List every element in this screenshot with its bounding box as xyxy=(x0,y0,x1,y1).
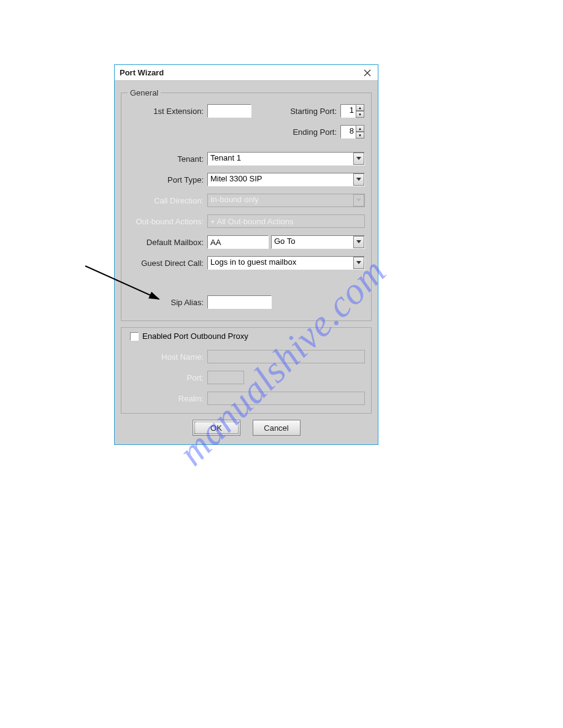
button-bar: OK Cancel xyxy=(121,420,372,436)
port-wizard-window: Port Wizard General 1st Extension: Start… xyxy=(114,64,378,445)
sip-alias-label: Sip Alias: xyxy=(128,298,207,307)
ending-port-label: Ending Port: xyxy=(251,127,340,137)
tenant-dropdown-button[interactable] xyxy=(353,153,364,165)
proxy-host-label: Host Name: xyxy=(128,352,207,362)
window-body: General 1st Extension: Starting Port: 1 … xyxy=(115,81,378,444)
guest-direct-call-select[interactable]: Logs in to guest mailbox xyxy=(207,256,365,270)
general-group: General 1st Extension: Starting Port: 1 … xyxy=(121,88,372,321)
window-title: Port Wizard xyxy=(120,68,164,77)
proxy-enabled-label: Enabled Port Outbound Proxy xyxy=(142,332,248,341)
ok-button[interactable]: OK xyxy=(193,420,240,436)
first-extension-input[interactable] xyxy=(207,104,251,118)
proxy-host-input xyxy=(207,350,365,363)
ending-port-spinner[interactable]: 8 ▲ ▼ xyxy=(340,125,365,138)
call-direction-label: Call Direction: xyxy=(128,196,207,205)
ending-port-value[interactable]: 8 xyxy=(340,125,356,138)
close-button[interactable] xyxy=(362,67,373,78)
ending-port-down[interactable]: ▼ xyxy=(356,132,364,138)
starting-port-spinner[interactable]: 1 ▲ ▼ xyxy=(340,104,365,118)
proxy-port-label: Port: xyxy=(128,373,207,382)
default-mailbox-action-select[interactable]: Go To xyxy=(271,235,365,249)
general-legend: General xyxy=(128,88,161,97)
proxy-realm-input xyxy=(207,392,365,405)
port-type-label: Port Type: xyxy=(128,175,207,184)
call-direction-value: In-bound only xyxy=(207,194,365,207)
guest-direct-call-value: Logs in to guest mailbox xyxy=(207,256,365,270)
titlebar: Port Wizard xyxy=(115,65,378,81)
proxy-port-input xyxy=(207,371,244,384)
starting-port-up[interactable]: ▲ xyxy=(356,104,364,111)
tenant-value: Tenant 1 xyxy=(207,152,365,165)
default-mailbox-input[interactable] xyxy=(207,235,269,249)
chevron-down-icon xyxy=(356,240,361,244)
chevron-down-icon xyxy=(356,157,361,161)
first-extension-label: 1st Extension: xyxy=(128,107,207,116)
starting-port-value[interactable]: 1 xyxy=(340,104,356,118)
sip-alias-input[interactable] xyxy=(207,295,272,309)
default-mailbox-action-value: Go To xyxy=(271,235,365,249)
chevron-down-icon xyxy=(356,199,361,202)
port-type-value: Mitel 3300 SIP xyxy=(207,173,365,186)
guest-direct-call-dropdown-button[interactable] xyxy=(353,257,364,269)
chevron-down-icon xyxy=(356,178,361,181)
outbound-actions-value: + All Out-bound Actions xyxy=(210,217,294,226)
outbound-actions-button: + All Out-bound Actions xyxy=(207,214,365,228)
port-type-select[interactable]: Mitel 3300 SIP xyxy=(207,173,365,186)
default-mailbox-action-dropdown-button[interactable] xyxy=(353,236,364,248)
port-type-dropdown-button[interactable] xyxy=(353,173,364,186)
starting-port-down[interactable]: ▼ xyxy=(356,111,364,118)
tenant-label: Tenant: xyxy=(128,154,207,164)
call-direction-dropdown-button xyxy=(353,194,364,207)
proxy-group: Enabled Port Outbound Proxy Host Name: P… xyxy=(121,327,372,414)
chevron-down-icon xyxy=(356,261,361,265)
guest-direct-call-label: Guest Direct Call: xyxy=(128,259,207,268)
ending-port-up[interactable]: ▲ xyxy=(356,125,364,132)
proxy-realm-label: Realm: xyxy=(128,394,207,403)
close-icon xyxy=(364,69,371,77)
call-direction-select: In-bound only xyxy=(207,194,365,207)
tenant-select[interactable]: Tenant 1 xyxy=(207,152,365,165)
outbound-actions-label: Out-bound Actions: xyxy=(128,217,207,226)
starting-port-label: Starting Port: xyxy=(251,107,340,116)
default-mailbox-label: Default Mailbox: xyxy=(128,238,207,247)
cancel-button[interactable]: Cancel xyxy=(253,420,301,436)
proxy-enabled-checkbox[interactable] xyxy=(130,332,139,341)
